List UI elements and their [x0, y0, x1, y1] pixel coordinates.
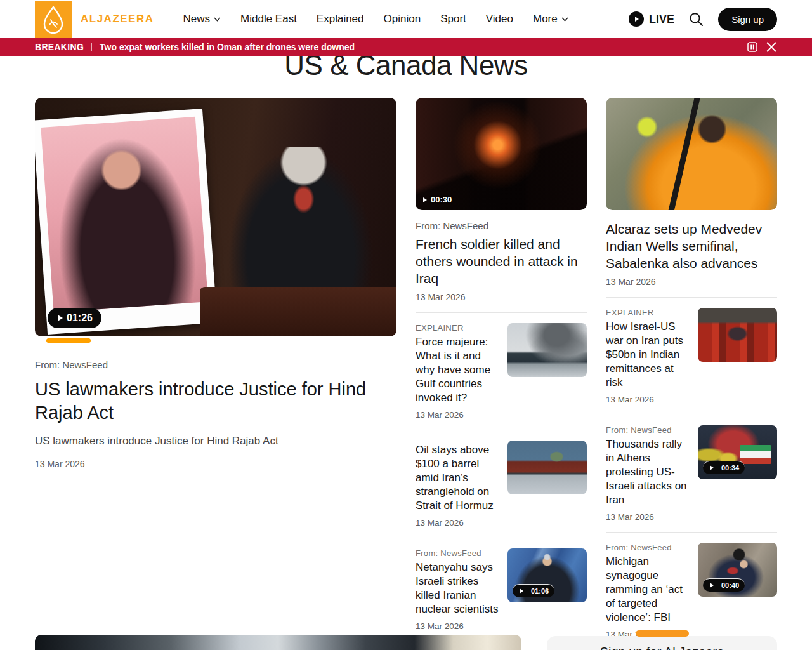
breaking-headline[interactable]: Two expat workers killed in Oman after d…: [100, 42, 355, 52]
live-label: LIVE: [649, 13, 674, 26]
article-thumbnail[interactable]: [606, 98, 777, 210]
newsletter-title: Sign up for Al Jazeera: [547, 636, 777, 650]
brand-wordmark[interactable]: ALJAZEERA: [81, 13, 154, 25]
article-title[interactable]: US lawmakers introduce Justice for Hind …: [35, 378, 396, 425]
nav-label: News: [183, 13, 211, 25]
video-thumbnail[interactable]: 01:06: [508, 548, 587, 602]
article-card: EXPLAINER How Israel-US war on Iran puts…: [606, 297, 777, 415]
video-thumbnail[interactable]: 00:40: [698, 543, 777, 597]
nav-label: Opinion: [384, 13, 421, 25]
nav-item-opinion[interactable]: Opinion: [384, 13, 421, 25]
article-title[interactable]: Thousands rally in Athens protesting US-…: [606, 437, 690, 507]
article-card: From: NewsFeed Netanyahu says Israeli st…: [416, 538, 587, 641]
play-icon: [710, 583, 714, 588]
play-icon: [58, 315, 63, 321]
poster-photo: [35, 109, 217, 335]
top-navigation-bar: ALJAZEERA News Middle East Explained Opi…: [0, 0, 812, 38]
duration-label: 01:26: [67, 312, 93, 324]
article-thumbnail[interactable]: [698, 308, 777, 362]
middle-column: 00:30 From: NewsFeed French soldier kill…: [416, 98, 587, 649]
nav-item-more[interactable]: More: [533, 13, 568, 25]
article-thumbnail[interactable]: [508, 441, 587, 494]
article-title[interactable]: French soldier killed and others wounded…: [416, 235, 587, 287]
play-icon: [710, 465, 714, 470]
breaking-news-bar: BREAKING Two expat workers killed in Oma…: [0, 38, 812, 56]
nav-item-sport[interactable]: Sport: [440, 13, 466, 25]
speaker-figure: [228, 147, 374, 300]
article-date: 13 Mar 2026: [416, 621, 500, 631]
article-thumbnail[interactable]: [35, 635, 521, 650]
article-card: Oil stays above $100 a barrel amid Iran’…: [416, 430, 587, 538]
news-grid: 01:26 From: NewsFeed US lawmakers introd…: [0, 98, 812, 649]
bottom-section: Sign up for Al Jazeera: [35, 630, 777, 650]
nav-label: Middle East: [240, 13, 297, 25]
nav-item-middle-east[interactable]: Middle East: [240, 13, 297, 25]
nav-label: More: [533, 13, 558, 25]
nav-label: Video: [486, 13, 513, 25]
article-date: 13 Mar 2026: [35, 459, 396, 469]
aljazeera-logo-mark: [41, 6, 66, 34]
featured-video-thumbnail[interactable]: 01:26: [35, 98, 396, 336]
article-kicker: From: NewsFeed: [416, 220, 587, 231]
article-title[interactable]: Force majeure: What is it and why have s…: [416, 335, 500, 405]
article-date: 13 Mar 2026: [606, 395, 690, 404]
breaking-label: BREAKING: [35, 42, 84, 52]
search-icon: [688, 11, 704, 27]
article-date: 13 Mar 2026: [416, 518, 500, 527]
video-thumbnail[interactable]: 00:30: [416, 98, 587, 210]
article-kicker: From: NewsFeed: [35, 359, 396, 370]
newsletter-handle: [636, 630, 689, 637]
article-kicker: From: NewsFeed: [606, 425, 690, 435]
live-button[interactable]: LIVE: [629, 11, 674, 27]
article-date: 13 Mar 2026: [606, 277, 777, 287]
close-icon: [766, 41, 777, 53]
pause-ticker-button[interactable]: [747, 42, 757, 52]
play-icon: [423, 197, 427, 202]
play-circle-icon: [629, 11, 644, 27]
duration-label: 00:34: [721, 464, 739, 472]
nav-label: Explained: [317, 13, 364, 25]
article-excerpt: US lawmakers introduce Justice for Hind …: [35, 435, 396, 448]
search-button[interactable]: [688, 11, 704, 27]
article-title[interactable]: Netanyahu says Israeli strikes killed Ir…: [416, 560, 500, 616]
article-title[interactable]: Alcaraz sets up Medvedev Indian Wells se…: [606, 220, 777, 272]
podium: [200, 287, 396, 336]
sign-up-button[interactable]: Sign up: [718, 8, 777, 31]
newsletter-card: Sign up for Al Jazeera: [547, 636, 777, 650]
breaking-separator: [91, 43, 92, 51]
article-card: EXPLAINER Force majeure: What is it and …: [416, 312, 587, 430]
chevron-down-icon: [561, 17, 568, 22]
article-title[interactable]: How Israel-US war on Iran puts $50bn in …: [606, 320, 690, 390]
article-date: 13 Mar 2026: [416, 292, 587, 302]
main-nav: News Middle East Explained Opinion Sport…: [183, 13, 568, 25]
article-kicker: EXPLAINER: [416, 323, 500, 333]
video-duration-badge: 00:34: [703, 461, 745, 474]
nav-item-news[interactable]: News: [183, 13, 221, 25]
tennis-racket: [665, 98, 703, 210]
duration-label: 00:40: [721, 581, 739, 589]
article-date: 13 Mar 2026: [606, 512, 690, 522]
aljazeera-logo[interactable]: [35, 1, 72, 38]
nav-item-video[interactable]: Video: [486, 13, 513, 25]
article-thumbnail[interactable]: [508, 323, 587, 377]
article-card: 00:30 From: NewsFeed French soldier kill…: [416, 98, 587, 312]
article-title[interactable]: Oil stays above $100 a barrel amid Iran’…: [416, 443, 500, 513]
video-progress-bar: [46, 338, 91, 343]
article-card: Alcaraz sets up Medvedev Indian Wells se…: [606, 98, 777, 297]
nav-item-explained[interactable]: Explained: [317, 13, 364, 25]
video-thumbnail[interactable]: 00:34: [698, 425, 777, 479]
nav-label: Sport: [440, 13, 466, 25]
pause-icon: [747, 42, 757, 52]
chevron-down-icon: [214, 17, 221, 22]
duration-label: 01:06: [531, 587, 549, 595]
article-kicker: From: NewsFeed: [416, 548, 500, 558]
video-duration-badge: 01:26: [48, 308, 102, 328]
close-breaking-button[interactable]: [766, 41, 777, 53]
video-duration-badge: 00:40: [703, 578, 745, 592]
article-title[interactable]: Michigan synagogue ramming an ‘act of ta…: [606, 555, 690, 625]
duration-label: 00:30: [431, 195, 452, 204]
right-column: Alcaraz sets up Medvedev Indian Wells se…: [606, 98, 777, 649]
article-date: 13 Mar 2026: [416, 410, 500, 420]
iran-flag: [740, 445, 771, 465]
breaking-controls: [747, 41, 777, 53]
